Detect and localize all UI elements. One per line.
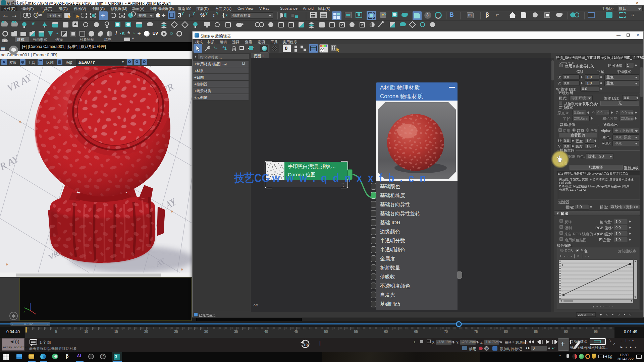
svg-text:0: 0 xyxy=(562,291,564,294)
svg-text:x: x xyxy=(23,310,25,313)
svg-text:1: 1 xyxy=(562,263,564,266)
svg-text:10: 10 xyxy=(304,343,308,347)
